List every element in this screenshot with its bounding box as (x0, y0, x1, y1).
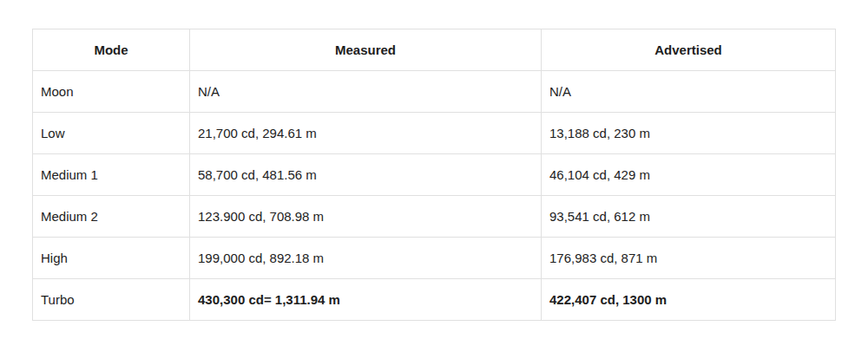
table-row-high: High 199,000 cd, 892.18 m 176,983 cd, 87… (33, 238, 836, 279)
cell-mode: Low (33, 113, 190, 154)
cell-measured: 21,700 cd, 294.61 m (190, 113, 542, 154)
table-row-medium-2: Medium 2 123.900 cd, 708.98 m 93,541 cd,… (33, 196, 836, 238)
column-header-mode: Mode (33, 29, 190, 71)
cell-advertised: N/A (542, 71, 836, 113)
cell-advertised: 176,983 cd, 871 m (542, 238, 836, 279)
cell-mode: High (33, 238, 190, 279)
cell-mode: Moon (33, 71, 190, 113)
table-row-medium-1: Medium 1 58,700 cd, 481.56 m 46,104 cd, … (33, 154, 836, 196)
cell-measured: 430,300 cd= 1,311.94 m (190, 279, 542, 321)
cell-mode: Turbo (33, 279, 190, 321)
cell-measured: 199,000 cd, 892.18 m (190, 238, 542, 279)
table-row-moon: Moon N/A N/A (33, 71, 836, 113)
flashlight-modes-table: Mode Measured Advertised Moon N/A N/A Lo… (32, 29, 836, 321)
cell-advertised: 93,541 cd, 612 m (542, 196, 836, 238)
column-header-advertised: Advertised (542, 29, 836, 71)
cell-advertised: 13,188 cd, 230 m (542, 113, 836, 154)
page-background: Mode Measured Advertised Moon N/A N/A Lo… (0, 0, 868, 352)
cell-measured: N/A (190, 71, 542, 113)
column-header-measured: Measured (190, 29, 542, 71)
cell-mode: Medium 1 (33, 154, 190, 196)
table-header-row: Mode Measured Advertised (33, 29, 836, 71)
cell-measured: 58,700 cd, 481.56 m (190, 154, 542, 196)
cell-measured: 123.900 cd, 708.98 m (190, 196, 542, 238)
table-row-turbo: Turbo 430,300 cd= 1,311.94 m 422,407 cd,… (33, 279, 836, 321)
cell-advertised: 422,407 cd, 1300 m (542, 279, 836, 321)
cell-advertised: 46,104 cd, 429 m (542, 154, 836, 196)
cell-mode: Medium 2 (33, 196, 190, 238)
table-row-low: Low 21,700 cd, 294.61 m 13,188 cd, 230 m (33, 113, 836, 154)
